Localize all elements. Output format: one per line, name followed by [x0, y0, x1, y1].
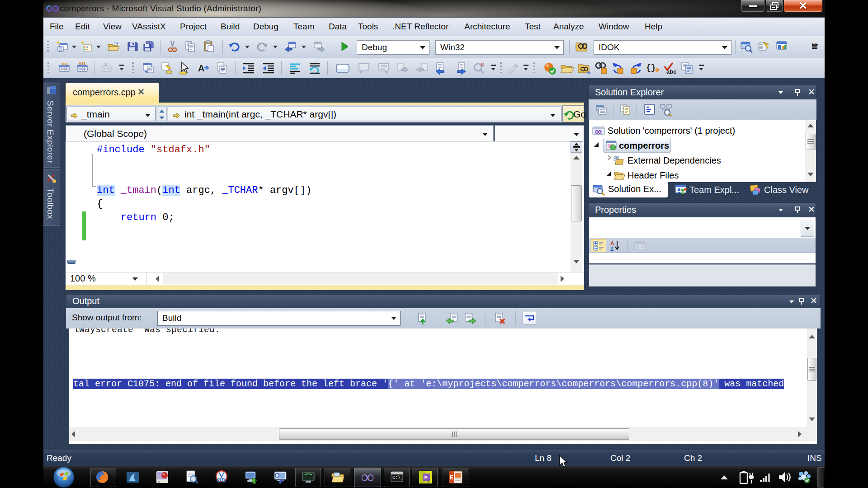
svg-text:Z: Z: [610, 246, 613, 252]
svg-text:E: E: [450, 474, 453, 481]
svg-text:C:\_: C:\_: [392, 475, 404, 480]
svg-text:4: 4: [427, 479, 429, 484]
svg-text:4: 4: [158, 480, 160, 484]
svg-text:A: A: [198, 63, 204, 73]
svg-text:{}: {}: [646, 63, 656, 72]
svg-text:abc: abc: [666, 68, 676, 75]
